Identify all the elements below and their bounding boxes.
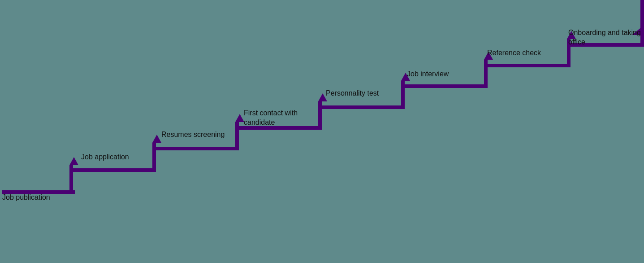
label-personality-test: Personnality test bbox=[326, 89, 400, 98]
diagram-container: Job publication Job application Resumes … bbox=[0, 0, 644, 263]
step6-vertical bbox=[484, 60, 488, 88]
label-resumes-screening: Resumes screening bbox=[161, 130, 233, 140]
step3-triangle bbox=[235, 114, 244, 122]
label-first-contact: First contact with candidate bbox=[244, 109, 318, 127]
label-onboarding: Onboarding and taking office bbox=[568, 28, 642, 47]
label-reference-check: Reference check bbox=[487, 48, 561, 58]
step2-horizontal bbox=[73, 168, 156, 172]
step3-vertical bbox=[235, 122, 239, 150]
label-job-application: Job application bbox=[81, 153, 153, 162]
step6-horizontal bbox=[405, 84, 488, 88]
step5-vertical bbox=[401, 81, 405, 109]
step1-triangle bbox=[69, 157, 78, 165]
step4-vertical bbox=[318, 101, 322, 130]
label-job-publication: Job publication bbox=[2, 193, 72, 202]
step2-triangle bbox=[152, 135, 161, 143]
step3-horizontal bbox=[156, 147, 239, 150]
step2-vertical bbox=[152, 143, 156, 172]
step1-vertical bbox=[69, 165, 73, 194]
step7-horizontal bbox=[488, 64, 571, 67]
label-job-interview: Job interview bbox=[407, 70, 479, 79]
step5-horizontal bbox=[322, 105, 405, 109]
